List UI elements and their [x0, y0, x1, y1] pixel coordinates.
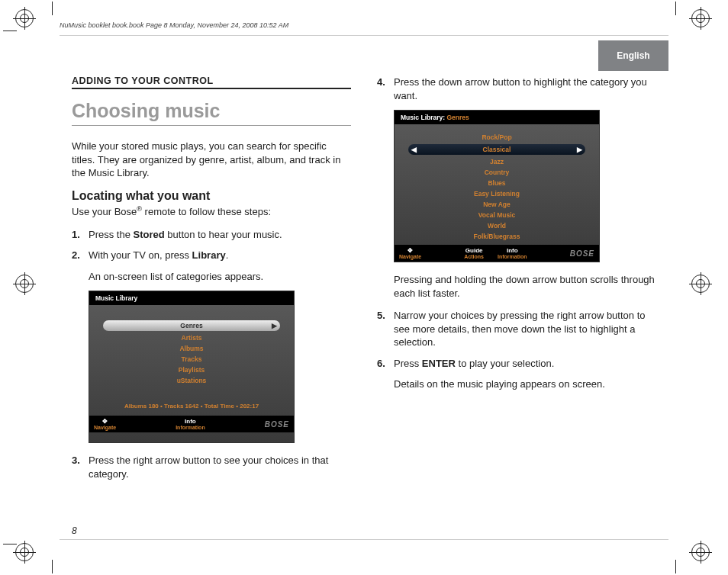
step-2: 2. With your TV on, press Library. An on…	[72, 249, 351, 283]
right-arrow-icon: ▶	[577, 146, 582, 153]
tv-row: World	[408, 220, 585, 231]
sublead-suffix: remote to follow these steps:	[142, 206, 271, 217]
tv-titlebar: Music Library: Genres	[395, 111, 599, 124]
sublead: Use your Bose® remote to follow these st…	[72, 204, 351, 219]
tv-row-selected: ◀ Classical ▶	[408, 144, 585, 155]
page-number: 8	[72, 525, 77, 536]
tv-row: Tracks	[103, 354, 280, 365]
step-text: Press the right arrow button to see your…	[89, 454, 351, 480]
step-3: 3. Press the right arrow button to see y…	[72, 454, 351, 480]
right-arrow-icon: ▶	[272, 322, 277, 329]
step-text: Press the Stored button to hear your mus…	[89, 228, 351, 242]
tv-row: Easy Listening	[408, 188, 585, 199]
tv-row: Country	[408, 167, 585, 178]
tv-row: Jazz	[408, 156, 585, 167]
page-frame: English ADDING TO YOUR CONTROL Choosing …	[60, 35, 668, 540]
crop-mark-mid-left	[15, 275, 38, 297]
step-number: 3.	[72, 454, 89, 480]
step-number: 1.	[72, 228, 89, 242]
left-column: ADDING TO YOUR CONTROL Choosing music Wh…	[72, 75, 351, 524]
section-label: ADDING TO YOUR CONTROL	[72, 75, 351, 89]
crop-line	[675, 560, 676, 573]
tv-stats: Albums 180 • Tracks 1642 • Total Time • …	[103, 400, 280, 413]
step-text: Narrow your choices by pressing the righ…	[394, 309, 656, 349]
sublead-prefix: Use your Bose	[72, 206, 137, 217]
crop-line	[675, 2, 676, 15]
tv-row: Albums	[103, 343, 280, 354]
step-5: 5. Narrow your choices by pressing the r…	[377, 309, 656, 349]
intro-paragraph: While your stored music plays, you can s…	[72, 140, 351, 180]
step-subtext: An on-screen list of categories appears.	[89, 270, 351, 284]
crop-mark-top-right	[691, 9, 714, 32]
step-text: With your TV on, press Library. An on-sc…	[89, 249, 351, 283]
step-number: 2.	[72, 249, 89, 283]
info-icon: Info	[507, 248, 518, 254]
step-number: 4.	[377, 75, 394, 102]
left-arrow-icon: ◀	[411, 146, 417, 153]
tv-row: Artists	[103, 332, 280, 343]
screenshot-music-library: Music Library Genres ▶ Artists Albums Tr…	[89, 291, 295, 443]
tv-row: Playlists	[103, 365, 280, 375]
crop-line	[3, 544, 17, 544]
step-text: Press ENTER to play your selection. Deta…	[394, 357, 656, 391]
brand-logo: BOSE	[265, 420, 289, 429]
footer-actions: Guide Actions	[464, 248, 484, 259]
step-text: Press the down arrow button to highlight…	[394, 75, 656, 102]
crop-mark-bot-left	[15, 543, 38, 566]
tv-footer: ✥ Navigate Guide Actions Info Informatio…	[395, 245, 599, 262]
step-number: 6.	[377, 357, 394, 391]
footer-navigate: ✥ Navigate	[94, 419, 116, 430]
crop-line	[3, 31, 17, 31]
header-file-info: NuMusic booklet book.book Page 8 Monday,…	[60, 21, 288, 29]
tv-titlebar: Music Library	[89, 291, 294, 305]
language-tab: English	[598, 40, 668, 71]
crop-line	[52, 560, 53, 573]
crop-mark-top-left	[15, 9, 38, 32]
step-4-note: Pressing and holding the down arrow butt…	[394, 273, 656, 300]
tv-row: Rock/Pop	[408, 132, 585, 143]
step-6: 6. Press ENTER to play your selection. D…	[377, 357, 656, 391]
crop-mark-bot-right	[691, 543, 714, 566]
step-subtext: Details on the music playing appears on …	[394, 377, 656, 391]
footer-information: Info Information	[498, 248, 527, 259]
tv-footer: ✥ Navigate Info Information BOSE	[89, 416, 294, 432]
step-1: 1. Press the Stored button to hear your …	[72, 228, 351, 242]
footer-navigate: ✥ Navigate	[399, 248, 421, 259]
footer-information: Info Information	[176, 419, 205, 430]
brand-logo: BOSE	[570, 249, 594, 258]
guide-icon: Guide	[465, 248, 483, 254]
tv-row: Folk/Bluegrass	[408, 231, 585, 242]
tv-row-selected: Genres ▶	[103, 320, 280, 331]
navigate-icon: ✥	[407, 248, 413, 254]
tv-row: uStations	[103, 375, 280, 386]
crop-line	[52, 2, 53, 15]
page-title: Choosing music	[72, 100, 351, 126]
subheading: Locating what you want	[72, 189, 351, 203]
screenshot-genres: Music Library: Genres Rock/Pop ◀ Classic…	[394, 110, 600, 262]
tv-row: Vocal Music	[408, 210, 585, 220]
step-number: 5.	[377, 309, 394, 349]
registered-mark: ®	[137, 205, 142, 213]
tv-row: Blues	[408, 178, 585, 188]
tv-row: New Age	[408, 199, 585, 210]
info-icon: Info	[185, 419, 196, 425]
step-4: 4. Press the down arrow button to highli…	[377, 75, 656, 102]
right-column: 4. Press the down arrow button to highli…	[377, 75, 656, 524]
crop-mark-mid-right	[691, 275, 714, 297]
navigate-icon: ✥	[102, 419, 108, 425]
